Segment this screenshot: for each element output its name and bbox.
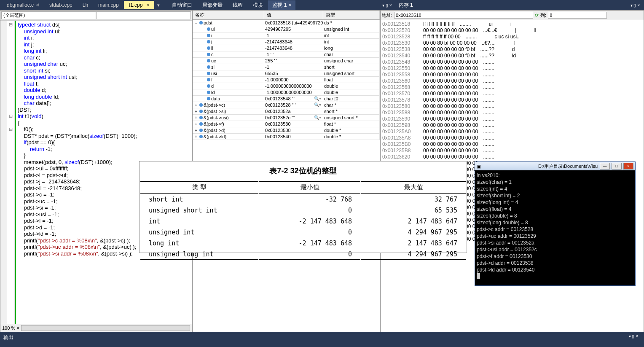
file-tab[interactable]: t.h — [78, 1, 93, 9]
memory-row: 0x0012359800 00 00 00 00 00 00 00.......… — [382, 122, 642, 129]
variable-icon — [207, 34, 210, 37]
tab-overflow-icon[interactable]: ▾ — [154, 3, 163, 8]
textbook-overlay: 表7-2 32位机的整型 类 型 最小值 最大值 short int-32 76… — [139, 161, 467, 253]
watch-row[interactable]: uc255 ' 'unsigned char — [193, 58, 380, 64]
watch-row[interactable]: + &(pdst->ld)0x00123540double * — [193, 134, 380, 140]
horizontal-scrollbar[interactable] — [21, 325, 190, 331]
member-dropdown[interactable] — [96, 11, 191, 19]
memory-row: 0x0012357800 00 00 00 00 00 00 00.......… — [382, 97, 642, 103]
visualizer-icon[interactable]: 🔍▾ — [314, 102, 321, 107]
watch-row[interactable]: + &(pdst->f)0x00123530float * — [193, 121, 380, 127]
watch-row[interactable]: si-1short — [193, 64, 380, 70]
file-tab[interactable]: main.cpp — [93, 1, 124, 9]
visualizer-icon[interactable]: 🔍▾ — [314, 115, 321, 120]
watch-row[interactable]: c-1 ' 'char — [193, 51, 380, 58]
variable-icon — [207, 97, 210, 100]
refresh-icon[interactable]: ⟳ — [535, 13, 539, 18]
debug-menu-item[interactable]: 线程 — [228, 0, 248, 10]
variable-icon — [199, 135, 203, 138]
watch-row[interactable]: f-1.0000000float — [193, 77, 380, 83]
watch-row[interactable]: + &(pdst->si)0x0012352ashort * — [193, 108, 380, 115]
watch-row[interactable]: j-2147483648int — [193, 39, 380, 45]
watch-panel-icons[interactable]: ▾ ▯ × — [382, 3, 394, 8]
watch-row[interactable]: - pdst0x00123518 {ui=4294967295ds * — [193, 20, 380, 26]
watch-row[interactable]: li-2147483648long — [193, 45, 380, 51]
memory-row: 0x001235B000 00 00 00 00 00 00 00.......… — [382, 141, 642, 148]
debug-menu-item[interactable]: 模块 — [248, 0, 268, 10]
watch-row[interactable]: ld-1.0000000000000000double — [193, 89, 380, 96]
breakpoint-gutter[interactable] — [0, 21, 7, 324]
variable-icon — [207, 78, 210, 81]
memory-row: 0x0012353800 00 00 00 00 00 f0 bf......?… — [382, 46, 642, 53]
watch-row[interactable]: + &(pdst->usi)0x0012352c ""🔍▾unsigned sh… — [193, 115, 380, 121]
expand-icon[interactable]: + — [193, 128, 199, 133]
watch-row[interactable]: i-1int — [193, 32, 380, 39]
console-icon: ▣ — [477, 164, 537, 169]
watch-row[interactable]: + &(pdst->c)0x00123528 " "🔍▾char * — [193, 102, 380, 108]
debug-menu-item[interactable]: 局部变量 — [197, 0, 228, 10]
expand-icon[interactable]: + — [193, 121, 199, 126]
output-panel: 输出 ▾ ▯ × — [0, 333, 644, 347]
close-button[interactable]: × — [623, 163, 633, 169]
variable-icon — [207, 40, 210, 43]
zoom-level[interactable]: 100 % — [2, 325, 15, 331]
file-tab[interactable]: dbgmalloc.c⏿ — [2, 1, 44, 9]
expand-icon[interactable]: + — [193, 115, 199, 120]
variable-icon — [207, 59, 210, 62]
memory-row: 0x0012358000 00 00 00 00 00 00 00.......… — [382, 103, 642, 110]
variable-icon — [207, 46, 210, 50]
watch-row[interactable]: usi65535unsigned short — [193, 70, 380, 77]
expand-icon[interactable]: + — [193, 102, 199, 108]
memory-row: 0x0012356800 00 00 00 00 00 00 00.......… — [382, 84, 642, 91]
watch-row[interactable]: data0x00123548 ""🔍▾char [0] — [193, 96, 380, 102]
variable-icon — [199, 116, 203, 119]
address-input[interactable] — [394, 12, 533, 19]
watch-row[interactable]: ui4294967295unsigned int — [193, 26, 380, 32]
memory-panel-icons[interactable]: ▾ ▯ × — [631, 3, 642, 8]
memory-row: 0x0012353000 00 80 bf 00 00 00 00..€?...… — [382, 40, 642, 46]
expand-icon[interactable]: + — [193, 134, 199, 139]
file-tab[interactable]: t1.cpp× — [124, 1, 155, 9]
editor-tab-bar: dbgmalloc.c⏿stdafx.cppt.hmain.cppt1.cpp×… — [0, 0, 644, 10]
memory-panel-title: 内存 1 — [394, 0, 631, 10]
columns-label: 列: — [540, 12, 546, 19]
console-title-text: D:\用户目录\Documents\Visual Studio 2010\... — [538, 163, 598, 169]
console-output: in vs2010:sizeof(char) = 1sizeof(int) = … — [475, 170, 635, 282]
book-row: short int-32 76832 767 — [140, 194, 466, 204]
memory-row: 0x001235B800 00 00 00 00 00 00 00.......… — [382, 148, 642, 154]
watch-row[interactable]: + &(pdst->d)0x00123538double * — [193, 127, 380, 134]
memory-row: 0x0012354800 00 00 00 00 00 00 00.......… — [382, 59, 642, 65]
maximize-button[interactable]: □ — [612, 163, 622, 169]
variable-icon — [199, 110, 203, 113]
expand-icon[interactable]: + — [193, 109, 199, 114]
variable-icon — [207, 91, 210, 94]
scope-dropdown[interactable]: (全局范围) — [1, 11, 96, 19]
book-row: long int-2 147 483 6482 147 483 647 — [140, 238, 466, 248]
output-panel-icons[interactable]: ▾ ▯ × — [629, 334, 641, 341]
memory-row: 0x0012355000 00 00 00 00 00 00 00.......… — [382, 65, 642, 72]
book-row: unsigned int04 294 967 295 — [140, 227, 466, 237]
outline-gutter[interactable]: ⊟⊟⊟ — [7, 21, 15, 324]
variable-icon — [199, 21, 203, 24]
close-icon[interactable]: × — [288, 2, 291, 8]
visualizer-icon[interactable]: 🔍▾ — [314, 96, 321, 101]
output-label: 输出 — [3, 334, 629, 341]
watch-tab[interactable]: 监视 1× — [268, 0, 295, 10]
minimize-button[interactable]: — — [600, 163, 610, 169]
watch-row[interactable]: d-1.0000000000000000double — [193, 83, 380, 89]
memory-row: 0x00123528ff ff ff ff ff ff 00 00.......… — [382, 34, 642, 40]
close-icon[interactable]: × — [147, 3, 149, 8]
console-window[interactable]: ▣ D:\用户目录\Documents\Visual Studio 2010\.… — [475, 161, 636, 286]
variable-icon — [199, 103, 203, 107]
expand-icon[interactable]: - — [193, 20, 199, 25]
variable-icon — [207, 53, 210, 56]
zoom-dropdown-icon[interactable]: ▾ — [17, 325, 19, 331]
variable-icon — [207, 72, 210, 75]
columns-input[interactable] — [548, 12, 607, 19]
variable-icon — [207, 84, 210, 88]
debug-menu-item[interactable]: 自动窗口 — [167, 0, 197, 10]
address-label: 地址: — [382, 12, 392, 19]
file-tab[interactable]: stdafx.cpp — [44, 1, 78, 9]
variable-icon — [199, 129, 203, 132]
memory-row: 0x0012356000 00 00 00 00 00 00 00.......… — [382, 78, 642, 84]
